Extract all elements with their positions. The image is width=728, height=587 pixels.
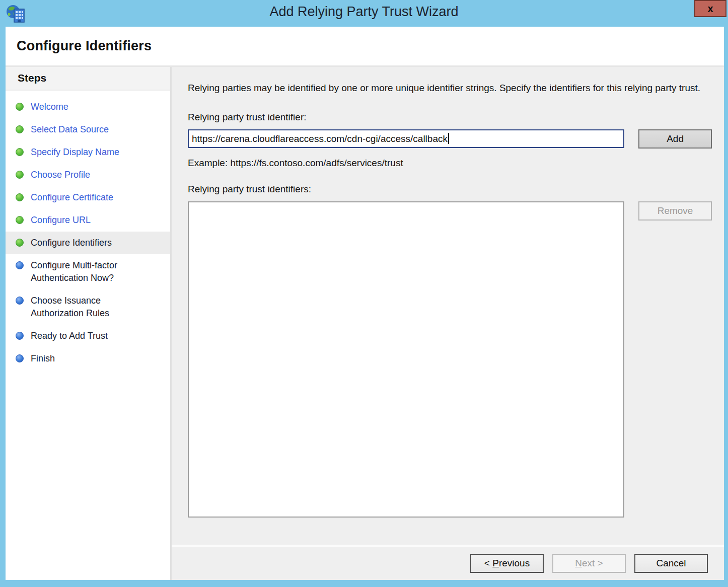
content-panel: Relying parties may be identified by one… bbox=[172, 67, 724, 545]
steps-heading: Steps bbox=[6, 67, 170, 91]
sidebar-step-configure-identifiers: Configure Identifiers bbox=[6, 232, 170, 254]
description-text: Relying parties may be identified by one… bbox=[188, 81, 706, 95]
close-button[interactable]: x bbox=[694, 0, 726, 17]
sidebar-step-select-data-source: Select Data Source bbox=[6, 118, 170, 141]
step-label: Choose Issuance Authorization Rules bbox=[31, 295, 144, 320]
next-button[interactable]: Next > bbox=[552, 554, 626, 573]
identifiers-listbox[interactable] bbox=[188, 201, 624, 518]
page-title: Configure Identifiers bbox=[17, 38, 152, 54]
close-icon: x bbox=[707, 3, 713, 14]
step-status-bullet-icon bbox=[16, 332, 24, 340]
sidebar-step-specify-display-name: Specify Display Name bbox=[6, 141, 170, 164]
step-label: Ready to Add Trust bbox=[31, 330, 108, 342]
footer-button-bar: < Previous Next > Cancel bbox=[172, 545, 724, 580]
step-status-bullet-icon bbox=[16, 103, 24, 111]
window-title: Add Relying Party Trust Wizard bbox=[0, 4, 728, 20]
step-label: Configure Multi-factor Authentication No… bbox=[31, 259, 144, 284]
steps-sidebar: Steps WelcomeSelect Data SourceSpecify D… bbox=[6, 67, 172, 580]
cancel-button[interactable]: Cancel bbox=[634, 554, 708, 573]
sidebar-step-ready-to-add-trust: Ready to Add Trust bbox=[6, 325, 170, 347]
identifiers-list-label: Relying party trust identifiers: bbox=[188, 184, 712, 195]
remove-button[interactable]: Remove bbox=[638, 201, 712, 221]
sidebar-step-finish: Finish bbox=[6, 347, 170, 370]
step-status-bullet-icon bbox=[16, 354, 24, 362]
identifier-input-value: https://carena.cloudflareaccess.com/cdn-… bbox=[192, 133, 448, 144]
example-text: Example: https://fs.contoso.com/adfs/ser… bbox=[188, 158, 712, 169]
step-status-bullet-icon bbox=[16, 171, 24, 179]
step-label: Welcome bbox=[31, 101, 68, 113]
page-header: Configure Identifiers bbox=[6, 27, 724, 67]
step-status-bullet-icon bbox=[16, 261, 24, 269]
step-label: Configure Identifiers bbox=[31, 237, 112, 249]
step-status-bullet-icon bbox=[16, 148, 24, 156]
step-status-bullet-icon bbox=[16, 193, 24, 201]
step-status-bullet-icon bbox=[16, 297, 24, 305]
text-caret bbox=[448, 133, 449, 144]
sidebar-step-configure-multi-factor-authentication-now: Configure Multi-factor Authentication No… bbox=[6, 254, 170, 289]
steps-list: WelcomeSelect Data SourceSpecify Display… bbox=[6, 91, 170, 370]
step-status-bullet-icon bbox=[16, 239, 24, 247]
sidebar-step-welcome: Welcome bbox=[6, 96, 170, 118]
step-label: Choose Profile bbox=[31, 169, 90, 181]
step-status-bullet-icon bbox=[16, 216, 24, 224]
sidebar-step-configure-certificate: Configure Certificate bbox=[6, 186, 170, 209]
step-label: Configure URL bbox=[31, 214, 91, 227]
sidebar-step-configure-url: Configure URL bbox=[6, 209, 170, 232]
titlebar[interactable]: Add Relying Party Trust Wizard x bbox=[0, 0, 728, 27]
identifier-input[interactable]: https://carena.cloudflareaccess.com/cdn-… bbox=[188, 129, 624, 148]
previous-button[interactable]: < Previous bbox=[470, 554, 544, 573]
step-label: Select Data Source bbox=[31, 123, 109, 136]
sidebar-step-choose-profile: Choose Profile bbox=[6, 164, 170, 186]
dialog-shell: Configure Identifiers Steps WelcomeSelec… bbox=[6, 27, 724, 580]
step-label: Specify Display Name bbox=[31, 146, 119, 159]
identifier-input-label: Relying party trust identifier: bbox=[188, 112, 712, 123]
wizard-window: Add Relying Party Trust Wizard x Configu… bbox=[0, 0, 728, 587]
add-button[interactable]: Add bbox=[638, 129, 712, 149]
step-label: Configure Certificate bbox=[31, 191, 113, 204]
step-label: Finish bbox=[31, 352, 55, 365]
sidebar-step-choose-issuance-authorization-rules: Choose Issuance Authorization Rules bbox=[6, 289, 170, 325]
step-status-bullet-icon bbox=[16, 125, 24, 133]
